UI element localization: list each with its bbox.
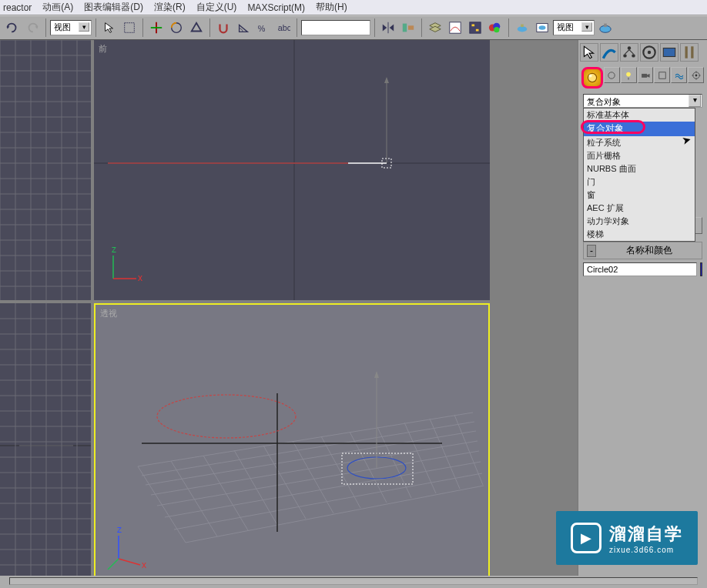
svg-point-136 [608,72,615,78]
svg-point-130 [648,51,651,54]
menu-customize[interactable]: 自定义(U) [196,1,237,14]
svg-point-125 [623,54,626,57]
spacewarps-button[interactable] [671,67,687,83]
select-rotate-button[interactable] [167,18,186,37]
svg-rect-3 [125,23,135,33]
modify-tab[interactable] [600,43,618,62]
svg-line-106 [350,432,387,503]
display-tab[interactable] [660,43,679,62]
motion-tab[interactable] [640,43,658,62]
svg-point-137 [626,72,631,76]
svg-text:z: z [112,244,116,255]
svg-line-98 [186,486,484,543]
schematic-view-button[interactable] [466,18,484,37]
dropdown-item-aec[interactable]: AEC 扩展 [584,202,695,215]
named-selection-button[interactable]: abc [274,18,293,37]
select-move-button[interactable] [147,18,166,37]
viewport-front-label: 前 [99,43,107,55]
dropdown-item-nurbs[interactable]: NURBS 曲面 [584,162,695,175]
undo-button[interactable] [3,18,22,37]
viewport-top[interactable] [0,40,91,300]
menu-reactor[interactable]: reactor [3,2,32,13]
menu-animation[interactable]: 动画(A) [42,1,73,14]
align-button[interactable] [399,18,417,37]
object-category-selected[interactable]: 复合对象 [583,94,702,108]
redo-button[interactable] [23,18,42,37]
dropdown-item-patch[interactable]: 面片栅格 [584,149,695,162]
rollout-name-color[interactable]: - 名称和颜色 [583,242,702,259]
dropdown-item-particle[interactable]: 粒子系统 [584,136,695,149]
svg-rect-13 [403,24,407,32]
svg-line-127 [625,50,630,55]
svg-rect-132 [685,46,688,58]
viewport-panel: 前 z x [0,40,578,588]
render-setup-button[interactable] [513,18,531,37]
coord-system-dropdown[interactable]: 视图 [50,20,92,35]
percent-snap-button[interactable]: % [254,18,273,37]
svg-line-99 [138,466,186,543]
menu-render[interactable]: 渲染(R) [154,1,186,14]
snap-toggle-button[interactable] [214,18,233,37]
render-scene-button[interactable] [533,18,551,37]
menu-help[interactable]: 帮助(H) [316,1,347,14]
render-type-dropdown[interactable]: 视图 [553,20,595,35]
dropdown-item-standard[interactable]: 标准基本体 [584,109,695,122]
layer-manager-button[interactable] [426,18,444,37]
svg-line-93 [146,431,476,485]
helpers-button[interactable] [654,67,670,83]
object-color-swatch[interactable] [700,262,702,276]
svg-line-107 [377,427,411,498]
select-region-button[interactable] [120,18,139,37]
svg-rect-17 [450,22,461,33]
command-panel-tabs [578,40,707,65]
svg-line-104 [293,441,333,513]
svg-rect-19 [472,25,475,27]
dropdown-item-window[interactable]: 窗 [584,189,695,202]
svg-point-143 [695,74,697,76]
svg-line-101 [203,456,248,530]
hierarchy-tab[interactable] [620,43,638,62]
dropdown-item-door[interactable]: 门 [584,175,695,189]
svg-rect-14 [408,25,414,29]
shapes-button[interactable] [604,67,620,83]
quick-render-button[interactable] [596,18,615,37]
geometry-button[interactable] [581,67,603,89]
dropdown-item-compound[interactable]: 复合对象 ➤ [584,122,695,136]
watermark-title: 溜溜自学 [609,523,683,546]
menu-graph-editor[interactable]: 图表编辑器(D) [84,1,143,14]
cameras-button[interactable] [638,67,654,83]
svg-text:abc: abc [278,23,290,32]
object-name-input[interactable] [583,262,697,276]
viewport-perspective[interactable]: 透视 z x [94,303,490,588]
dropdown-item-stairs[interactable]: 楼梯 [584,228,695,241]
svg-marker-140 [647,73,650,77]
svg-line-120 [119,559,140,565]
menu-maxscript[interactable]: MAXScript(M) [247,2,305,13]
svg-point-24 [518,26,528,32]
curve-editor-button[interactable] [446,18,464,37]
angle-snap-button[interactable] [234,18,253,37]
systems-button[interactable] [688,67,704,83]
object-category-dropdown[interactable]: 复合对象 标准基本体 复合对象 ➤ 粒子系统 面片栅格 NURBS 曲面 门 窗… [583,94,702,108]
svg-point-134 [588,73,596,82]
viewport-front[interactable]: 前 z x [94,40,490,300]
mirror-button[interactable] [379,18,397,37]
svg-rect-18 [470,22,481,33]
named-selection-sets[interactable] [301,20,370,35]
select-button[interactable] [100,18,119,37]
svg-marker-123 [584,46,593,58]
create-tab[interactable] [580,43,598,62]
svg-rect-133 [691,46,693,58]
select-scale-button[interactable] [187,18,206,37]
svg-rect-29 [604,24,607,27]
dropdown-item-dynamics[interactable]: 动力学对象 [584,215,695,228]
svg-marker-7 [192,23,202,32]
svg-line-109 [430,419,460,489]
material-editor-button[interactable] [486,18,504,37]
menu-bar: reactor 动画(A) 图表编辑器(D) 渲染(R) 自定义(U) MAXS… [0,0,707,15]
viewport-left[interactable] [0,303,91,588]
time-slider[interactable] [0,576,707,588]
svg-line-110 [454,415,483,485]
utilities-tab[interactable] [680,43,699,62]
lights-button[interactable] [621,67,637,83]
